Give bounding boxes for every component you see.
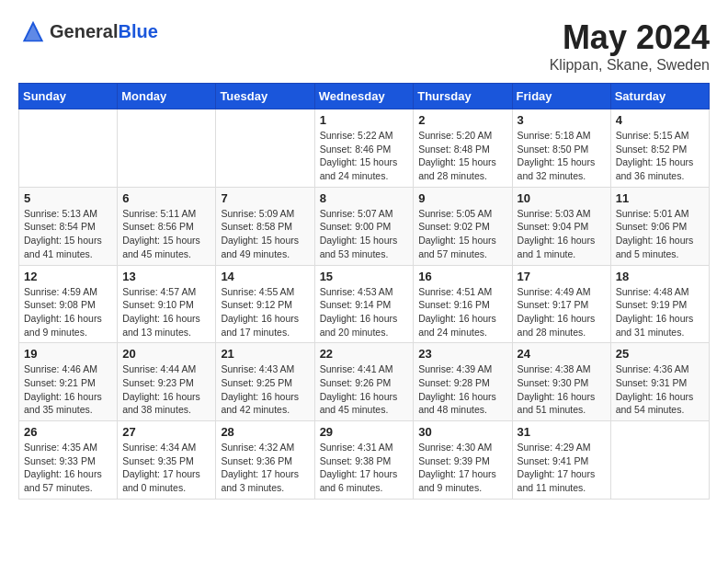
weekday-tuesday: Tuesday [216,84,314,109]
day-info: Sunrise: 5:11 AM Sunset: 8:56 PM Dayligh… [122,207,210,261]
logo-blue: Blue [118,21,157,41]
day-info: Sunrise: 4:34 AM Sunset: 9:35 PM Dayligh… [122,441,210,495]
day-info: Sunrise: 4:59 AM Sunset: 9:08 PM Dayligh… [24,285,112,339]
day-number: 27 [122,425,210,439]
day-cell: 19Sunrise: 4:46 AM Sunset: 9:21 PM Dayli… [19,343,118,421]
day-number: 3 [518,113,606,127]
day-number: 13 [122,270,210,283]
weekday-header: SundayMondayTuesdayWednesdayThursdayFrid… [19,84,710,109]
day-cell: 14Sunrise: 4:55 AM Sunset: 9:12 PM Dayli… [216,265,314,343]
day-cell: 8Sunrise: 5:07 AM Sunset: 9:00 PM Daylig… [314,187,414,265]
day-cell: 26Sunrise: 4:35 AM Sunset: 9:33 PM Dayli… [19,421,118,500]
day-number: 9 [418,191,506,205]
day-number: 26 [24,425,112,439]
day-info: Sunrise: 4:51 AM Sunset: 9:16 PM Dayligh… [418,285,506,339]
day-info: Sunrise: 4:55 AM Sunset: 9:12 PM Dayligh… [221,285,309,339]
day-cell: 23Sunrise: 4:39 AM Sunset: 9:28 PM Dayli… [414,343,512,421]
day-info: Sunrise: 4:43 AM Sunset: 9:25 PM Dayligh… [221,362,309,417]
weekday-saturday: Saturday [610,84,709,109]
day-number: 1 [320,113,409,127]
day-number: 20 [122,347,210,361]
week-row-2: 12Sunrise: 4:59 AM Sunset: 9:08 PM Dayli… [19,265,710,343]
day-cell [216,109,314,188]
location-title: Klippan, Skane, Sweden [550,57,710,74]
day-cell: 16Sunrise: 4:51 AM Sunset: 9:16 PM Dayli… [414,265,512,343]
day-info: Sunrise: 4:49 AM Sunset: 9:17 PM Dayligh… [518,285,606,339]
day-info: Sunrise: 5:22 AM Sunset: 8:46 PM Dayligh… [320,129,409,183]
day-number: 17 [518,270,606,283]
logo: GeneralBlue [18,18,158,44]
day-number: 31 [518,425,606,439]
day-number: 24 [518,347,606,361]
day-cell: 21Sunrise: 4:43 AM Sunset: 9:25 PM Dayli… [216,343,314,421]
day-cell: 7Sunrise: 5:09 AM Sunset: 8:58 PM Daylig… [216,187,314,265]
day-number: 19 [24,347,112,361]
week-row-0: 1Sunrise: 5:22 AM Sunset: 8:46 PM Daylig… [19,109,710,188]
day-info: Sunrise: 5:05 AM Sunset: 9:02 PM Dayligh… [418,207,506,261]
day-number: 6 [122,191,210,205]
day-cell: 30Sunrise: 4:30 AM Sunset: 9:39 PM Dayli… [414,421,512,500]
day-info: Sunrise: 5:15 AM Sunset: 8:52 PM Dayligh… [616,129,704,183]
day-cell: 11Sunrise: 5:01 AM Sunset: 9:06 PM Dayli… [610,187,709,265]
day-cell: 27Sunrise: 4:34 AM Sunset: 9:35 PM Dayli… [118,421,216,500]
day-number: 7 [221,191,309,205]
calendar-body: 1Sunrise: 5:22 AM Sunset: 8:46 PM Daylig… [19,109,710,500]
month-title: May 2024 [550,18,710,57]
day-info: Sunrise: 5:13 AM Sunset: 8:54 PM Dayligh… [24,207,112,261]
day-cell: 4Sunrise: 5:15 AM Sunset: 8:52 PM Daylig… [610,109,709,188]
day-number: 25 [616,347,704,361]
day-number: 5 [24,191,112,205]
day-info: Sunrise: 4:48 AM Sunset: 9:19 PM Dayligh… [616,285,704,339]
day-cell: 2Sunrise: 5:20 AM Sunset: 8:48 PM Daylig… [414,109,512,188]
day-cell: 25Sunrise: 4:36 AM Sunset: 9:31 PM Dayli… [610,343,709,421]
day-number: 11 [616,191,704,205]
day-info: Sunrise: 4:46 AM Sunset: 9:21 PM Dayligh… [24,362,112,417]
day-cell: 22Sunrise: 4:41 AM Sunset: 9:26 PM Dayli… [314,343,414,421]
day-number: 28 [221,425,309,439]
day-info: Sunrise: 4:32 AM Sunset: 9:36 PM Dayligh… [221,441,309,495]
day-number: 29 [320,425,409,439]
day-info: Sunrise: 5:09 AM Sunset: 8:58 PM Dayligh… [221,207,309,261]
day-info: Sunrise: 4:53 AM Sunset: 9:14 PM Dayligh… [320,285,409,339]
day-cell: 31Sunrise: 4:29 AM Sunset: 9:41 PM Dayli… [512,421,610,500]
day-number: 2 [418,113,506,127]
day-info: Sunrise: 4:44 AM Sunset: 9:23 PM Dayligh… [122,362,210,417]
day-cell [19,109,118,188]
day-cell: 1Sunrise: 5:22 AM Sunset: 8:46 PM Daylig… [314,109,414,188]
day-info: Sunrise: 4:41 AM Sunset: 9:26 PM Dayligh… [320,362,409,417]
day-info: Sunrise: 5:20 AM Sunset: 8:48 PM Dayligh… [418,129,506,183]
day-info: Sunrise: 4:30 AM Sunset: 9:39 PM Dayligh… [418,441,506,495]
day-cell: 10Sunrise: 5:03 AM Sunset: 9:04 PM Dayli… [512,187,610,265]
day-cell: 3Sunrise: 5:18 AM Sunset: 8:50 PM Daylig… [512,109,610,188]
day-cell: 18Sunrise: 4:48 AM Sunset: 9:19 PM Dayli… [610,265,709,343]
day-cell: 12Sunrise: 4:59 AM Sunset: 9:08 PM Dayli… [19,265,118,343]
day-number: 12 [24,270,112,283]
day-info: Sunrise: 4:31 AM Sunset: 9:38 PM Dayligh… [320,441,409,495]
title-block: May 2024 Klippan, Skane, Sweden [550,18,710,74]
day-cell: 6Sunrise: 5:11 AM Sunset: 8:56 PM Daylig… [118,187,216,265]
day-info: Sunrise: 4:39 AM Sunset: 9:28 PM Dayligh… [418,362,506,417]
day-info: Sunrise: 4:38 AM Sunset: 9:30 PM Dayligh… [518,362,606,417]
day-info: Sunrise: 4:35 AM Sunset: 9:33 PM Dayligh… [24,441,112,495]
day-number: 8 [320,191,409,205]
week-row-1: 5Sunrise: 5:13 AM Sunset: 8:54 PM Daylig… [19,187,710,265]
day-number: 23 [418,347,506,361]
day-info: Sunrise: 5:03 AM Sunset: 9:04 PM Dayligh… [518,207,606,261]
day-cell: 24Sunrise: 4:38 AM Sunset: 9:30 PM Dayli… [512,343,610,421]
day-number: 15 [320,270,409,283]
weekday-friday: Friday [512,84,610,109]
day-cell: 20Sunrise: 4:44 AM Sunset: 9:23 PM Dayli… [118,343,216,421]
day-info: Sunrise: 4:36 AM Sunset: 9:31 PM Dayligh… [616,362,704,417]
calendar-table: SundayMondayTuesdayWednesdayThursdayFrid… [18,83,710,500]
day-number: 14 [221,270,309,283]
day-info: Sunrise: 5:18 AM Sunset: 8:50 PM Dayligh… [518,129,606,183]
day-info: Sunrise: 4:57 AM Sunset: 9:10 PM Dayligh… [122,285,210,339]
day-number: 10 [518,191,606,205]
day-cell: 9Sunrise: 5:05 AM Sunset: 9:02 PM Daylig… [414,187,512,265]
weekday-wednesday: Wednesday [314,84,414,109]
day-cell: 28Sunrise: 4:32 AM Sunset: 9:36 PM Dayli… [216,421,314,500]
day-cell: 17Sunrise: 4:49 AM Sunset: 9:17 PM Dayli… [512,265,610,343]
weekday-sunday: Sunday [19,84,118,109]
day-cell: 13Sunrise: 4:57 AM Sunset: 9:10 PM Dayli… [118,265,216,343]
day-cell: 15Sunrise: 4:53 AM Sunset: 9:14 PM Dayli… [314,265,414,343]
